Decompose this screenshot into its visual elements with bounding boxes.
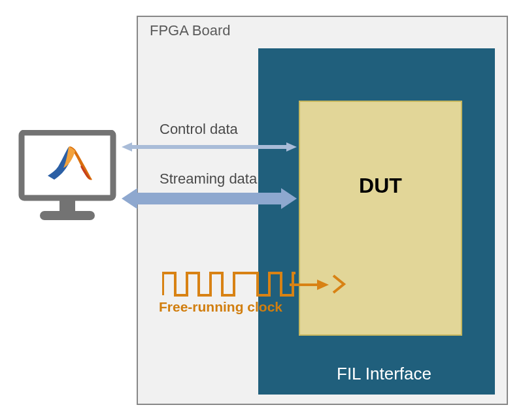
svg-marker-3 — [122, 142, 297, 152]
streaming-data-arrow — [122, 188, 297, 206]
host-computer-icon — [15, 130, 123, 231]
dut-box: DUT — [299, 101, 462, 336]
clock-arrow — [290, 278, 329, 291]
svg-rect-2 — [40, 211, 95, 220]
fil-interface-label: FIL Interface — [337, 364, 431, 384]
streaming-data-label: Streaming data — [160, 170, 257, 187]
clock-waveform-icon — [162, 272, 295, 297]
diagram-canvas: FPGA Board FIL Interface DUT — [0, 0, 523, 420]
control-data-label: Control data — [160, 121, 238, 138]
dut-label: DUT — [359, 174, 402, 198]
free-running-clock-label: Free-running clock — [159, 299, 282, 315]
clock-input-chevron-icon — [332, 274, 346, 294]
svg-marker-6 — [317, 280, 329, 290]
svg-rect-1 — [59, 201, 75, 211]
fil-interface-panel: FIL Interface DUT — [258, 48, 495, 395]
control-data-arrow — [122, 142, 297, 150]
fpga-board-label: FPGA Board — [150, 22, 231, 39]
fpga-board-panel: FPGA Board FIL Interface DUT — [137, 16, 508, 405]
svg-marker-4 — [122, 188, 297, 209]
